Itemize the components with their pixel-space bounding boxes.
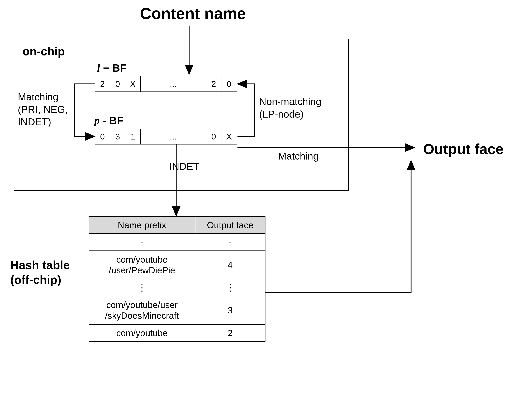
matching-left-label: Matching(PRI, NEG,INDET) [18, 91, 68, 128]
content-name-label: Content name [140, 5, 246, 22]
l-bf-cell: X [125, 76, 141, 91]
p-bf-cell: 1 [125, 129, 141, 144]
p-bf-rest: - BF [100, 114, 123, 126]
table-row: - - [89, 234, 265, 251]
l-bf-rest: − BF [100, 62, 126, 74]
l-bf-array: 2 0 X ... 2 0 [95, 76, 237, 92]
cell-face: - [195, 234, 265, 251]
l-bf-var: l [97, 62, 100, 74]
table-row: ⋮ ⋮ [89, 279, 265, 296]
table-row: com/youtube/user/PewDiePie 4 [89, 251, 265, 279]
p-bf-ellipsis: ... [141, 129, 206, 144]
l-bf-cell: 2 [95, 76, 110, 91]
p-bf-cell: X [221, 129, 237, 144]
l-bf-cell: 2 [206, 76, 221, 91]
p-bf-label: p - BF [94, 114, 123, 127]
p-bf-var: p [94, 115, 100, 126]
on-chip-label: on-chip [23, 45, 65, 58]
hash-table: Name prefix Output face - - com/youtube/… [89, 216, 265, 342]
p-bf-cell: 0 [206, 129, 221, 144]
cell-face: 3 [195, 296, 265, 324]
matching-right-label: Matching [278, 150, 319, 162]
p-bf-array: 0 3 1 ... 0 X [95, 129, 237, 144]
table-row: com/youtube 2 [89, 324, 265, 341]
cell-prefix: com/youtube/user/PewDiePie [89, 251, 195, 279]
l-bf-label: l − BF [97, 62, 127, 74]
output-face-label: Output face [423, 141, 504, 158]
cell-face: 4 [195, 251, 265, 279]
cell-prefix: ⋮ [89, 279, 195, 296]
cell-face: 2 [195, 324, 265, 341]
l-bf-ellipsis: ... [141, 76, 206, 91]
l-bf-cell: 0 [221, 76, 237, 91]
cell-prefix: com/youtube/user/skyDoesMinecraft [89, 296, 195, 324]
p-bf-cell: 3 [110, 129, 125, 144]
hash-header-prefix: Name prefix [89, 217, 195, 234]
table-row: com/youtube/user/skyDoesMinecraft 3 [89, 296, 265, 324]
indet-label: INDET [169, 161, 199, 172]
cell-prefix: - [89, 234, 195, 251]
l-bf-cell: 0 [110, 76, 125, 91]
hash-header-face: Output face [195, 217, 265, 234]
hash-table-label: Hash table(off-chip) [10, 258, 70, 287]
cell-prefix: com/youtube [89, 324, 195, 341]
cell-face: ⋮ [195, 279, 265, 296]
p-bf-cell: 0 [95, 129, 110, 144]
nonmatching-label: Non-matching(LP-node) [259, 95, 321, 120]
